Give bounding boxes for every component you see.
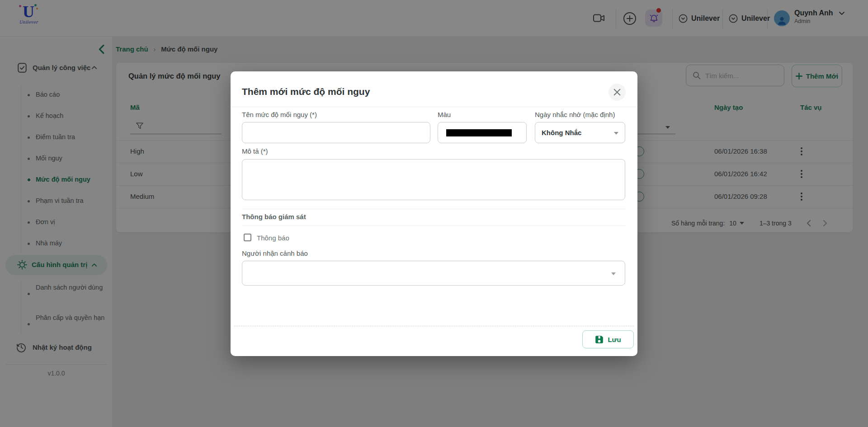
hazard-name-input[interactable] [242,122,430,143]
modal-section-divider [242,209,625,209]
name-field-label: Tên mức độ mối nguy (*) [242,111,317,118]
add-hazard-level-modal: Thêm mới mức độ mối nguy Tên mức độ mối … [231,71,637,356]
color-field-label: Màu [438,111,451,118]
modal-footer-divider [234,326,634,326]
modal-header-divider [231,107,637,107]
modal-title: Thêm mới mức độ mối nguy [242,86,370,97]
reminder-caret-icon [614,132,618,135]
recipients-caret-icon [611,272,616,275]
save-button-label: Lưu [608,336,621,343]
reminder-select[interactable]: Không Nhắc [535,122,625,143]
modal-section-divider [242,225,625,226]
alert-recipients-select[interactable] [242,261,625,286]
modal-close-button[interactable] [609,84,626,101]
monitor-notification-section-label: Thông báo giám sát [242,213,306,221]
color-swatch [446,129,512,136]
app-root: U Unilever [0,0,868,427]
description-field-label: Mô tả (*) [242,147,268,155]
save-button[interactable]: Lưu [582,330,634,348]
notify-checkbox-label[interactable]: Thông báo [257,234,289,242]
color-picker-field[interactable] [438,122,527,143]
reminder-select-value: Không Nhắc [535,129,581,136]
notify-checkbox[interactable] [244,234,251,241]
recipients-field-label: Người nhận cảnh báo [242,249,308,257]
close-icon [613,89,621,96]
reminder-field-label: Ngày nhắc nhở (mặc định) [535,111,615,118]
save-floppy-icon [595,335,604,344]
description-textarea[interactable] [242,159,625,200]
